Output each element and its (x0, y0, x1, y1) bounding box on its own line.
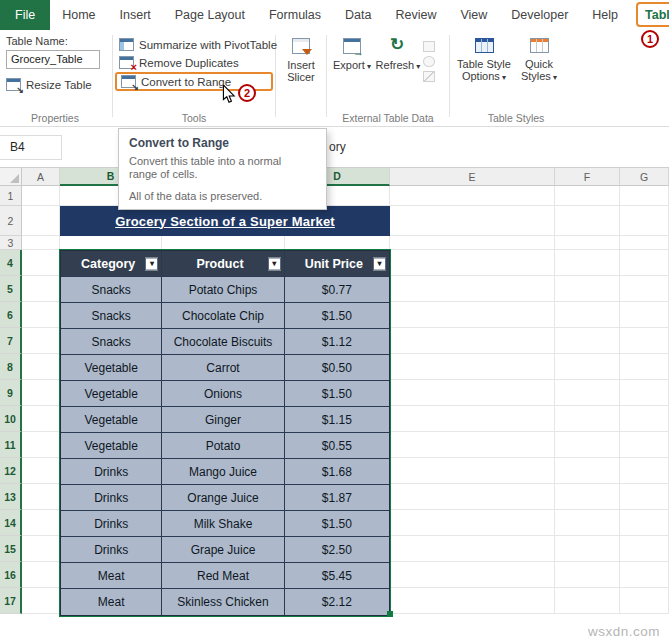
table-cell[interactable]: $1.50 (285, 303, 389, 329)
table-name-input[interactable]: Grocery_Table (6, 50, 100, 69)
grid-cell[interactable] (390, 406, 555, 432)
select-all-corner[interactable] (0, 168, 22, 186)
grid-cell[interactable] (390, 458, 555, 484)
grid-cell[interactable] (22, 236, 60, 250)
table-header-product[interactable]: Product (162, 251, 284, 277)
table-cell[interactable]: Drinks (61, 485, 162, 511)
grid-cell[interactable] (390, 250, 555, 276)
table-cell[interactable]: Vegetable (61, 407, 162, 433)
row-header-3[interactable]: 3 (0, 236, 22, 250)
grid-cell[interactable] (620, 380, 669, 406)
grid-cell[interactable] (22, 354, 60, 380)
table-cell[interactable]: Drinks (61, 511, 162, 537)
row-header-7[interactable]: 7 (0, 328, 22, 354)
table-cell[interactable]: $0.77 (285, 277, 389, 303)
grid-cell[interactable] (555, 588, 620, 614)
table-resize-handle[interactable] (387, 611, 393, 617)
tab-formulas[interactable]: Formulas (257, 0, 333, 30)
grid-cell[interactable] (22, 458, 60, 484)
grid-cell[interactable] (555, 206, 620, 236)
grid-cell[interactable] (555, 536, 620, 562)
filter-dropdown-button[interactable] (268, 257, 281, 270)
grid-cell[interactable] (620, 510, 669, 536)
grid-cell[interactable] (22, 302, 60, 328)
grid-cell[interactable] (620, 206, 669, 236)
grid-cell[interactable] (555, 380, 620, 406)
table-cell[interactable]: $1.15 (285, 407, 389, 433)
table-cell[interactable]: $0.55 (285, 433, 389, 459)
grid-cell[interactable] (22, 484, 60, 510)
grid-cell[interactable] (22, 250, 60, 276)
grid-cell[interactable] (555, 250, 620, 276)
grid-cell[interactable] (22, 206, 60, 236)
row-header-4[interactable]: 4 (0, 250, 22, 276)
grid-cell[interactable] (620, 562, 669, 588)
tab-view[interactable]: View (448, 0, 499, 30)
table-cell[interactable]: Mango Juice (162, 459, 284, 485)
grid-cell[interactable] (390, 236, 555, 250)
grid-cell[interactable] (390, 206, 555, 236)
grid-cell[interactable] (620, 484, 669, 510)
table-cell[interactable]: Potato (162, 433, 284, 459)
grid-cell[interactable] (390, 354, 555, 380)
refresh-button[interactable]: Refresh (375, 30, 421, 118)
grid-cell[interactable] (22, 588, 60, 614)
table-cell[interactable]: Vegetable (61, 433, 162, 459)
grid-cell[interactable] (620, 302, 669, 328)
grid-cell[interactable] (555, 510, 620, 536)
table-cell[interactable]: Snacks (61, 329, 162, 355)
grid-cell[interactable] (620, 406, 669, 432)
row-header-14[interactable]: 14 (0, 510, 22, 536)
table-cell[interactable]: Milk Shake (162, 511, 284, 537)
grid-cell[interactable] (22, 562, 60, 588)
grid-cell[interactable] (390, 302, 555, 328)
filter-dropdown-button[interactable] (373, 257, 386, 270)
table-cell[interactable]: Drinks (61, 537, 162, 563)
grid-cell[interactable] (22, 406, 60, 432)
tab-table-design[interactable]: Table Design (636, 2, 669, 27)
grid-cell[interactable] (555, 186, 620, 206)
table-cell[interactable]: Snacks (61, 303, 162, 329)
grid-cell[interactable] (390, 484, 555, 510)
table-cell[interactable]: $1.68 (285, 459, 389, 485)
row-header-17[interactable]: 17 (0, 588, 22, 614)
grid-cell[interactable] (22, 276, 60, 302)
grid-cell[interactable] (620, 536, 669, 562)
table-cell[interactable]: Chocolate Biscuits (162, 329, 284, 355)
table-cell[interactable]: $1.50 (285, 381, 389, 407)
grid-cell[interactable] (162, 236, 285, 250)
table-cell[interactable]: Grape Juice (162, 537, 284, 563)
filter-dropdown-button[interactable] (145, 257, 158, 270)
row-header-11[interactable]: 11 (0, 432, 22, 458)
table-cell[interactable]: Drinks (61, 459, 162, 485)
tab-page-layout[interactable]: Page Layout (163, 0, 257, 30)
table-cell[interactable]: $1.12 (285, 329, 389, 355)
row-header-2[interactable]: 2 (0, 206, 22, 236)
table-cell[interactable]: $0.50 (285, 355, 389, 381)
table-cell[interactable]: Vegetable (61, 381, 162, 407)
grid-cell[interactable] (390, 186, 555, 206)
row-header-8[interactable]: 8 (0, 354, 22, 380)
unlink-icon[interactable] (423, 71, 435, 82)
table-cell[interactable]: $1.50 (285, 511, 389, 537)
grid-cell[interactable] (620, 236, 669, 250)
name-box[interactable]: B4 (0, 135, 62, 160)
grid-cell[interactable] (555, 276, 620, 302)
grid-cell[interactable] (390, 510, 555, 536)
tab-data[interactable]: Data (333, 0, 383, 30)
grid-cell[interactable] (390, 328, 555, 354)
row-header-1[interactable]: 1 (0, 186, 22, 206)
table-cell[interactable]: Snacks (61, 277, 162, 303)
grid-cell[interactable] (22, 328, 60, 354)
column-header-e[interactable]: E (390, 168, 555, 186)
table-cell[interactable]: Meat (61, 589, 162, 615)
grid-cell[interactable] (620, 328, 669, 354)
table-cell[interactable]: $1.87 (285, 485, 389, 511)
table-cell[interactable]: Orange Juice (162, 485, 284, 511)
grid-cell[interactable] (555, 562, 620, 588)
grid-cell[interactable] (390, 380, 555, 406)
grid-cell[interactable] (390, 536, 555, 562)
grid-cell[interactable] (620, 186, 669, 206)
row-header-13[interactable]: 13 (0, 484, 22, 510)
grid-cell[interactable] (555, 354, 620, 380)
